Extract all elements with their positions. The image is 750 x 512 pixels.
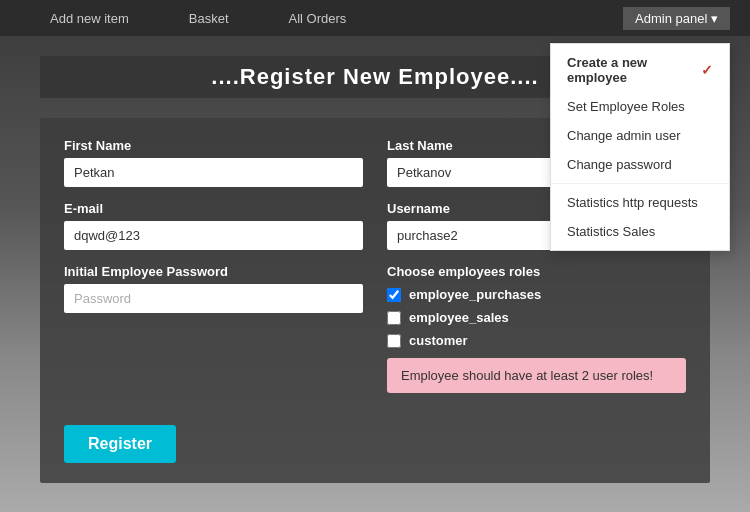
dropdown-change-password[interactable]: Change password bbox=[551, 150, 729, 179]
first-name-col: First Name bbox=[64, 138, 363, 187]
first-name-label: First Name bbox=[64, 138, 363, 153]
role-item-customer: customer bbox=[387, 333, 686, 348]
dropdown-password-label: Change password bbox=[567, 157, 672, 172]
error-message: Employee should have at least 2 user rol… bbox=[387, 358, 686, 393]
email-label: E-mail bbox=[64, 201, 363, 216]
dropdown-statistics-http[interactable]: Statistics http requests bbox=[551, 188, 729, 217]
dropdown-admin-label: Change admin user bbox=[567, 128, 680, 143]
role-checkbox-sales[interactable] bbox=[387, 311, 401, 325]
dropdown-create-new-employee[interactable]: Create a new employee ✓ bbox=[551, 48, 729, 92]
roles-label: Choose employees roles bbox=[387, 264, 686, 279]
admin-panel-button[interactable]: Admin panel ▾ bbox=[623, 7, 730, 30]
admin-dropdown-menu: Create a new employee ✓ Set Employee Rol… bbox=[550, 43, 730, 251]
password-col: Initial Employee Password bbox=[64, 264, 363, 393]
register-button[interactable]: Register bbox=[64, 425, 176, 463]
roles-col: Choose employees roles employee_purchase… bbox=[387, 264, 686, 393]
password-label: Initial Employee Password bbox=[64, 264, 363, 279]
navbar: Add new item Basket All Orders Admin pan… bbox=[0, 0, 750, 36]
role-item-sales: employee_sales bbox=[387, 310, 686, 325]
dropdown-roles-label: Set Employee Roles bbox=[567, 99, 685, 114]
nav-all-orders[interactable]: All Orders bbox=[259, 0, 377, 36]
email-input[interactable] bbox=[64, 221, 363, 250]
active-checkmark: ✓ bbox=[701, 62, 713, 78]
nav-basket[interactable]: Basket bbox=[159, 0, 259, 36]
password-roles-row: Initial Employee Password Choose employe… bbox=[64, 264, 686, 393]
dropdown-divider bbox=[551, 183, 729, 184]
dropdown-stats-http-label: Statistics http requests bbox=[567, 195, 698, 210]
first-name-input[interactable] bbox=[64, 158, 363, 187]
role-label-purchases[interactable]: employee_purchases bbox=[409, 287, 541, 302]
dropdown-set-employee-roles[interactable]: Set Employee Roles bbox=[551, 92, 729, 121]
role-checkbox-customer[interactable] bbox=[387, 334, 401, 348]
email-col: E-mail bbox=[64, 201, 363, 250]
password-input[interactable] bbox=[64, 284, 363, 313]
role-checkbox-purchases[interactable] bbox=[387, 288, 401, 302]
dropdown-create-label: Create a new employee bbox=[567, 55, 695, 85]
dropdown-stats-sales-label: Statistics Sales bbox=[567, 224, 655, 239]
dropdown-statistics-sales[interactable]: Statistics Sales bbox=[551, 217, 729, 246]
role-label-sales[interactable]: employee_sales bbox=[409, 310, 509, 325]
role-item-purchases: employee_purchases bbox=[387, 287, 686, 302]
nav-add-new-item[interactable]: Add new item bbox=[20, 0, 159, 36]
role-label-customer[interactable]: customer bbox=[409, 333, 468, 348]
dropdown-change-admin-user[interactable]: Change admin user bbox=[551, 121, 729, 150]
